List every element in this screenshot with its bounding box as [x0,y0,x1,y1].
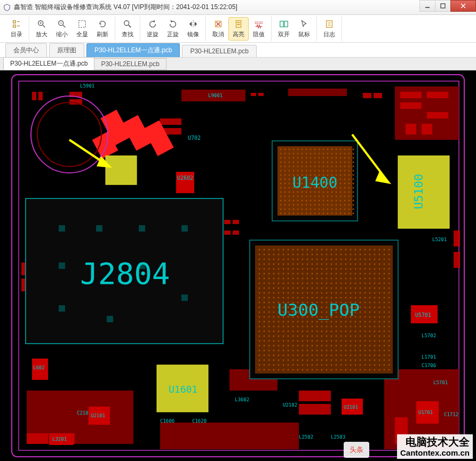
tool-label: 刷新 [97,30,108,38]
sub-tab-0[interactable]: P30-HL2ELLEM一点通.pcb [3,57,94,70]
svg-point-372 [344,213,346,214]
tool-log[interactable]: 日志 [319,17,339,41]
svg-point-117 [331,153,333,155]
tool-search[interactable]: 查找 [117,17,138,41]
svg-point-1075 [384,364,385,366]
svg-point-363 [306,213,307,214]
svg-point-429 [374,254,376,256]
svg-point-681 [374,297,376,299]
svg-rect-27 [284,21,288,27]
tool-highlight[interactable]: 高亮 [228,17,249,41]
tool-zoom-in[interactable]: 放大 [31,17,52,41]
component-u300-pop: U300_POP [277,300,360,320]
svg-point-494 [283,268,284,270]
svg-point-1051 [268,364,270,366]
minimize-button[interactable] [419,0,435,12]
svg-point-286 [284,196,286,197]
svg-point-1058 [302,364,304,366]
tool-zoom-out[interactable]: 缩小 [52,17,72,41]
svg-point-169 [323,166,324,168]
svg-point-891 [307,336,308,337]
svg-point-540 [369,273,371,275]
tool-rotate-cw[interactable]: 正旋 [163,17,183,41]
svg-point-843 [345,326,347,328]
svg-point-493 [278,268,280,270]
toolbar: 目录放大缩小全显刷新查找逆旋正旋镜像取消高亮10.01阻值双开鼠标日志 [0,15,476,43]
svg-point-1063 [326,364,328,366]
doc-tab-0[interactable]: 会员中心 [5,43,47,57]
maximize-button[interactable] [435,0,451,12]
tool-resistance[interactable]: 10.01阻值 [249,17,269,41]
svg-point-916 [292,340,294,342]
doc-tab-3[interactable]: P30-HL2ELLEM.pcb [182,45,256,57]
svg-rect-24 [237,24,240,25]
tool-catalog[interactable]: 目录 [6,17,27,41]
svg-point-831 [288,326,289,328]
component-u702: U702 [188,135,201,141]
tool-dual[interactable]: 双开 [274,17,294,41]
tool-fit[interactable]: 全显 [72,17,92,41]
sub-tab-1[interactable]: P30-HL2ELLEM.pcb [94,58,166,70]
tool-mirror[interactable]: 镜像 [183,17,203,41]
svg-point-1096 [350,369,352,371]
svg-point-544 [388,273,390,275]
svg-point-682 [379,297,380,299]
svg-point-933 [374,340,376,342]
svg-point-792 [369,316,371,318]
svg-point-653 [374,292,376,294]
svg-point-712 [388,302,390,304]
svg-point-651 [364,292,366,294]
svg-point-136 [336,157,337,159]
tool-cursor[interactable]: 鼠标 [294,17,314,41]
svg-point-350 [327,209,329,210]
svg-point-96 [319,149,320,150]
doc-tab-1[interactable]: 原理图 [49,43,84,57]
svg-point-409 [278,254,280,256]
svg-point-675 [345,297,347,299]
close-button[interactable] [450,0,476,12]
doc-tab-2[interactable]: P30-HL2ELLEM一点通.pcb [86,43,180,57]
svg-point-111 [306,153,307,155]
svg-point-856 [273,331,275,332]
svg-point-644 [331,292,332,294]
svg-point-479 [345,264,347,265]
tool-rotate-ccw[interactable]: 逆旋 [142,17,163,41]
svg-point-498 [302,268,304,270]
svg-point-419 [326,254,328,256]
svg-point-739 [384,307,385,308]
svg-point-850 [379,326,380,328]
svg-point-408 [273,254,275,256]
svg-point-609 [297,288,299,289]
svg-rect-44 [251,93,256,96]
svg-point-605 [278,288,280,289]
svg-point-836 [312,326,313,328]
svg-point-548 [273,278,275,280]
rotate-cw-icon [168,19,178,29]
svg-point-348 [319,209,320,210]
svg-point-744 [273,312,275,313]
svg-point-474 [321,264,323,265]
svg-point-1018 [379,355,380,356]
svg-point-384 [292,249,294,251]
svg-point-360 [293,213,295,214]
svg-point-426 [360,254,361,256]
tool-cancel[interactable]: 取消 [208,17,228,41]
pcb-canvas[interactable]: J2804 U1400 U300_POP U5100 U1601 U2602 U… [0,70,476,461]
svg-point-797 [259,321,260,323]
svg-point-541 [374,273,376,275]
svg-point-390 [321,249,323,251]
svg-point-279 [331,192,333,193]
svg-point-1085 [297,369,299,371]
svg-point-901 [355,336,356,337]
svg-point-357 [280,213,282,214]
component-u2101b: U2101 [344,404,358,410]
svg-point-1049 [259,364,260,366]
component-u1601: U1601 [169,384,197,395]
svg-point-669 [316,297,318,299]
svg-point-565 [355,278,356,280]
svg-point-510 [360,268,361,270]
svg-point-352 [336,209,337,210]
tool-refresh[interactable]: 刷新 [92,17,113,41]
svg-point-396 [350,249,352,251]
svg-point-1017 [374,355,376,356]
